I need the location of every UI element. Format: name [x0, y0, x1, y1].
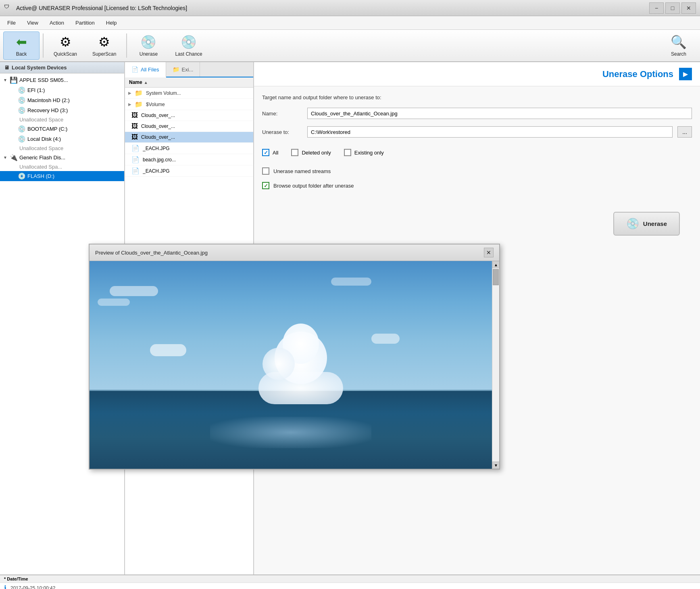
superscan-label: SuperScan: [92, 51, 116, 57]
window-title: Active@ UNERASER Professional [Licensed …: [16, 5, 649, 11]
unerase-btn-label: Unerase: [643, 220, 667, 227]
lastchance-button[interactable]: 💿 Last Chance: [168, 31, 209, 60]
log-row-1: ℹ 2017-09-25 10:00:42: [0, 583, 700, 589]
tab-existing[interactable]: 📁 Exi...: [166, 62, 200, 77]
scroll-up-btn[interactable]: ▲: [492, 261, 499, 268]
log-date-1: 2017-09-25 10:00:42: [10, 585, 83, 589]
search-icon: 🔍: [671, 34, 687, 50]
options-header: Unerase Options ▶: [254, 62, 700, 86]
browse-button[interactable]: ...: [677, 126, 692, 138]
tree-item-recovery-hd[interactable]: 💿 Recovery HD (3:): [0, 105, 124, 115]
radio-deleted-only[interactable]: Deleted only: [291, 149, 331, 156]
cloud-bg-1: [110, 286, 158, 296]
search-button[interactable]: 🔍 Search: [660, 31, 697, 60]
unerase-big-button[interactable]: 💿 Unerase: [613, 212, 680, 236]
unerase-toolbar-button[interactable]: 💿 Unerase: [130, 31, 167, 60]
doc-icon-1: 📄: [131, 144, 140, 152]
doc-icon-3: 📄: [131, 167, 140, 175]
unerase-to-input[interactable]: [307, 126, 673, 138]
drive-icon: 💾: [10, 76, 18, 84]
expand-icon-1: ▶: [128, 91, 131, 95]
search-label: Search: [671, 51, 686, 57]
doc-icon-2: 📄: [131, 156, 140, 163]
preview-scrollbar[interactable]: ▲ ▼: [492, 261, 499, 469]
radio-all-label: All: [273, 150, 278, 156]
tree-item-local-disk-4[interactable]: 💿 Local Disk (4:): [0, 134, 124, 144]
radio-all[interactable]: All: [262, 149, 278, 156]
unerase-btn-icon: 💿: [626, 217, 639, 230]
tree-item-bootcamp[interactable]: 💿 BOOTCAMP (C:): [0, 124, 124, 134]
menu-partition[interactable]: Partition: [70, 18, 100, 27]
browse-after-label: Browse output folder after unerase: [273, 183, 354, 189]
tree-item-flash-d[interactable]: 💿 FLASH (D:): [0, 171, 124, 181]
menu-help[interactable]: Help: [100, 18, 123, 27]
filename-each-1: _EACH.JPG: [143, 146, 250, 151]
radio-existing-only[interactable]: Existing only: [344, 149, 384, 156]
filename-clouds-1: Clouds_over_...: [141, 113, 250, 118]
minimize-button[interactable]: −: [649, 2, 664, 14]
flash-d-icon: 💿: [18, 172, 26, 180]
tree-item-generic-flash[interactable]: ▼ 🔌 Generic Flash Dis...: [0, 152, 124, 163]
filename-system-volum: System Volum...: [146, 90, 250, 96]
filename-clouds-3: Clouds_over_...: [141, 134, 250, 140]
preview-close-button[interactable]: ✕: [484, 248, 494, 257]
existing-tab-label: Exi...: [182, 67, 194, 73]
title-bar: 🛡 Active@ UNERASER Professional [License…: [0, 0, 700, 16]
name-input[interactable]: [307, 108, 692, 119]
cloud-bg-2: [98, 299, 130, 306]
named-streams-row[interactable]: Unerase named streams: [262, 167, 692, 175]
file-item-volume[interactable]: ▶ 📁 $Volume: [125, 99, 253, 110]
unerase-label: Unerase: [140, 51, 158, 57]
radio-existing-label: Existing only: [354, 150, 384, 156]
quickscan-button[interactable]: ⚙ QuickScan: [47, 31, 84, 60]
filename-volume: $Volume: [146, 102, 250, 107]
close-button[interactable]: ✕: [681, 2, 696, 14]
scroll-down-btn[interactable]: ▼: [492, 462, 499, 469]
menu-action[interactable]: Action: [44, 18, 70, 27]
file-item-each-2[interactable]: 📄 _EACH.JPG: [125, 165, 253, 177]
preview-header: Preview of Clouds_over_the_Atlantic_Ocea…: [90, 244, 499, 261]
tab-all-files[interactable]: 📄 All Files: [125, 62, 166, 77]
log-panel: * Date/Time ℹ 2017-09-25 10:00:42 ℹ 2017…: [0, 574, 700, 589]
maximize-button[interactable]: □: [665, 2, 680, 14]
tree-item-apple-ssd[interactable]: ▼ 💾 APPLE SSD SM05...: [0, 75, 124, 85]
file-item-clouds-3[interactable]: 🖼 Clouds_over_...: [125, 132, 253, 143]
tree-item-macintosh-hd[interactable]: 💿 Macintosh HD (2:): [0, 95, 124, 105]
file-item-clouds-2[interactable]: 🖼 Clouds_over_...: [125, 121, 253, 132]
radio-all-box[interactable]: [262, 149, 269, 156]
named-streams-checkbox[interactable]: [262, 167, 269, 175]
scrollbar-thumb[interactable]: [493, 269, 499, 285]
named-streams-label: Unerase named streams: [273, 168, 331, 174]
file-item-beach[interactable]: 📄 beach.jpg.cro...: [125, 154, 253, 165]
radio-deleted-box[interactable]: [291, 149, 298, 156]
menu-view[interactable]: View: [21, 18, 44, 27]
apple-ssd-label: APPLE SSD SM05...: [19, 77, 68, 83]
file-item-clouds-1[interactable]: 🖼 Clouds_over_...: [125, 110, 253, 121]
log-column-header: * Date/Time: [0, 575, 700, 583]
back-icon: ⬅: [16, 34, 27, 50]
local-disk-4-label: Local Disk (4:): [27, 136, 61, 142]
lastchance-icon: 💿: [181, 34, 197, 50]
browse-after-checkbox[interactable]: [262, 182, 269, 189]
tree-item-efi[interactable]: 💿 EFI (1:): [0, 85, 124, 95]
superscan-button[interactable]: ⚙ SuperScan: [85, 31, 123, 60]
unerase-to-label: Unerase to:: [262, 129, 302, 135]
back-button[interactable]: ⬅ Back: [3, 31, 40, 60]
toolbar: ⬅ Back ⚙ QuickScan ⚙ SuperScan 💿 Unerase…: [0, 30, 700, 62]
filename-each-2: _EACH.JPG: [143, 168, 250, 174]
options-next-button[interactable]: ▶: [679, 68, 692, 80]
file-item-each-1[interactable]: 📄 _EACH.JPG: [125, 143, 253, 154]
preview-title: Preview of Clouds_over_the_Atlantic_Ocea…: [95, 250, 208, 256]
log-date-col: * Date/Time: [4, 576, 28, 581]
quickscan-label: QuickScan: [54, 51, 77, 57]
radio-existing-box[interactable]: [344, 149, 351, 156]
file-item-system-volum[interactable]: ▶ 📁 System Volum...: [125, 88, 253, 99]
toolbar-separator-2: [126, 33, 127, 58]
local-disk-4-icon: 💿: [18, 135, 26, 143]
filename-beach: beach.jpg.cro...: [143, 157, 250, 163]
image-icon-3: 🖼: [131, 134, 138, 141]
menu-file[interactable]: File: [2, 18, 21, 27]
col-header-name: Name: [129, 79, 142, 85]
scrollbar-track: [492, 268, 499, 462]
browse-after-row[interactable]: Browse output folder after unerase: [262, 182, 692, 189]
